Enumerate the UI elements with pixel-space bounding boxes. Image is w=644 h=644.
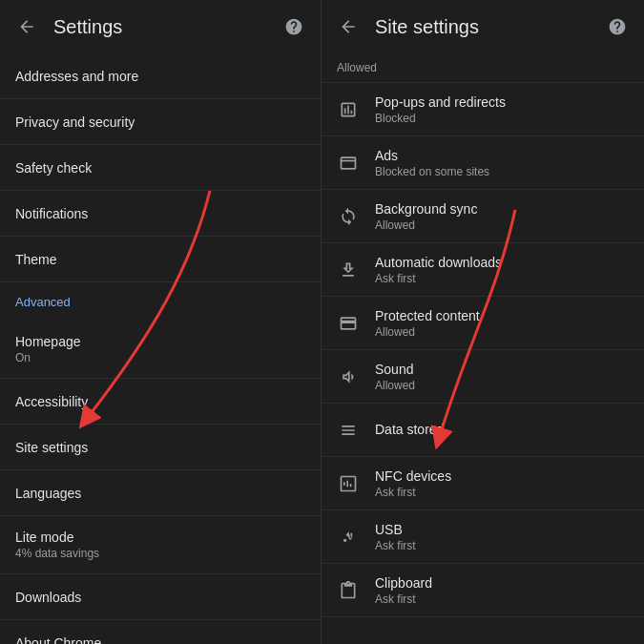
nav-item-about[interactable]: About Chrome — [0, 620, 321, 644]
nav-item-theme[interactable]: Theme — [0, 237, 321, 282]
site-item-data-stored[interactable]: Data stored — [322, 404, 644, 457]
popup-icon — [337, 98, 360, 121]
site-item-protected-content[interactable]: Protected content Allowed — [322, 297, 644, 350]
site-item-popups[interactable]: Pop-ups and redirects Blocked — [322, 83, 644, 136]
sync-icon — [337, 205, 360, 228]
site-item-ads[interactable]: Ads Blocked on some sites — [322, 136, 644, 190]
ads-icon — [337, 152, 360, 175]
left-header: Settings — [0, 0, 321, 53]
site-item-auto-downloads[interactable]: Automatic downloads Ask first — [322, 243, 644, 297]
usb-icon — [337, 526, 360, 549]
svg-rect-0 — [342, 157, 356, 169]
sound-icon — [337, 365, 360, 388]
top-allowed-text: Allowed — [322, 53, 644, 83]
left-panel: Settings Addresses and more Privacy and … — [0, 0, 322, 644]
nav-item-homepage[interactable]: Homepage On — [0, 321, 321, 379]
site-item-clipboard[interactable]: Clipboard Ask first — [322, 564, 644, 617]
site-settings-list: Pop-ups and redirects Blocked Ads Blocke… — [322, 83, 644, 644]
left-back-button[interactable] — [15, 15, 38, 38]
right-header-title: Site settings — [375, 16, 479, 38]
left-nav-list: Addresses and more Privacy and security … — [0, 53, 321, 644]
data-icon — [337, 419, 360, 442]
site-item-bg-sync[interactable]: Background sync Allowed — [322, 190, 644, 243]
download-icon — [337, 259, 360, 281]
left-help-button[interactable] — [282, 15, 305, 38]
nav-item-privacy[interactable]: Privacy and security — [0, 99, 321, 145]
site-item-sound[interactable]: Sound Allowed — [322, 350, 644, 404]
nav-item-lite-mode[interactable]: Lite mode 4% data savings — [0, 516, 321, 574]
nfc-icon — [337, 472, 360, 495]
nav-item-addresses[interactable]: Addresses and more — [0, 53, 321, 99]
nav-item-downloads[interactable]: Downloads — [0, 574, 321, 620]
right-header: Site settings — [322, 0, 644, 53]
nav-item-languages[interactable]: Languages — [0, 470, 321, 516]
left-header-title: Settings — [53, 16, 122, 38]
nav-item-site-settings[interactable]: Site settings — [0, 425, 321, 470]
right-back-button[interactable] — [337, 15, 360, 38]
nav-item-safety[interactable]: Safety check — [0, 145, 321, 191]
nav-item-notifications[interactable]: Notifications — [0, 191, 321, 237]
site-item-nfc[interactable]: NFC devices Ask first — [322, 457, 644, 510]
clipboard-icon — [337, 579, 360, 602]
right-panel: Site settings Allowed Pop-ups and redire… — [322, 0, 644, 644]
nav-item-advanced: Advanced — [0, 282, 321, 321]
right-help-button[interactable] — [606, 15, 629, 38]
nav-item-accessibility[interactable]: Accessibility — [0, 379, 321, 425]
site-item-usb[interactable]: USB Ask first — [322, 510, 644, 564]
protected-icon — [337, 312, 360, 335]
